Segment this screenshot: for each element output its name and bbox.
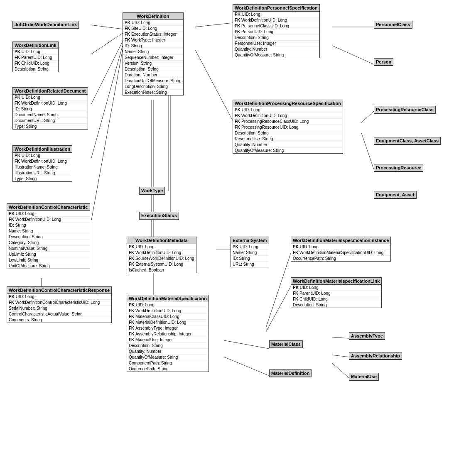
entity-row: QuantityOfMeasure: String [233,52,319,58]
row-text: URL: String [233,262,254,267]
entity-row: FK AssemblyRelationship: Integer [127,331,209,337]
entity-personnelclass: PersonnelClass [374,21,412,29]
entity-worktype: WorkType [139,187,165,195]
row-type-label: PK [129,303,136,307]
row-text: WorkDefinitionControlCharacteristicUID: … [15,300,100,305]
entity-body-workdefinitionmaterialspecification: PK UID: LongFK WorkDefinitionUID: LongFK… [127,302,209,372]
row-text: IllustrationName: String [15,165,58,169]
entity-header-workdefinitionprocessingresourcespecification: WorkDefinitionProcessingResourceSpecific… [233,100,343,107]
row-text: MaterialDefinitionUID: Long [135,320,186,325]
row-text: WorkDefinitionMaterialSpecificationUID: … [299,250,383,255]
entity-body-workdefinitionrelateddocument: PK UID: LongFK WorkDefinitionUID: Long I… [13,95,88,129]
row-text: ParentUID: Long [299,291,331,296]
row-text: ComponentPath: String [129,361,172,365]
row-type-label: FK [293,291,299,296]
entity-row: ID: String [7,223,90,228]
entity-header-person: Person [374,59,393,66]
entity-row: PK UID: Long [13,95,88,100]
row-type-label: PK [15,49,22,54]
row-text: NominalValue: String [9,246,47,251]
entity-workdefinition: WorkDefinitionPK UID: LongFK SiteUID: Lo… [123,12,184,95]
entity-header-workdefinitionmetadata: WorkDefinitionMetadata [127,237,196,244]
row-type-label: FK [293,297,299,301]
row-text: OcurencePath: String [129,367,169,371]
entity-workdefinitionmetadata: WorkDefinitionMetadataPK UID: LongFK Wor… [127,237,196,273]
row-text: ResourceUse: String [235,137,273,141]
entity-header-workdefinitioncontrolcharacteristicresponse: WorkDefinitionControlCharacteristicRespo… [7,287,111,294]
row-text: Type: String [15,176,37,181]
entity-row: FK WorkDefinitionUID: Long [127,308,209,314]
entity-joborderworkdefinitionlink: JobOrderWorkDefinitionLink [12,21,79,29]
row-text: ChildUID: Long [21,61,49,66]
row-text: UID: Long [300,285,319,290]
entity-row: UpLimit: String [7,252,90,257]
entity-executionstatus: ExecutionStatus [139,212,179,220]
row-text: LongDescription: String [125,84,168,89]
entity-row: SerialNumber: String [7,306,111,311]
entity-row: ControlCharacteristicActualValue: String [7,311,111,317]
svg-line-11 [361,133,374,169]
svg-line-1 [91,33,123,54]
row-type-label: FK [129,338,135,342]
svg-line-8 [332,46,374,64]
row-type-label: FK [125,32,131,37]
row-type-label: FK [15,101,21,105]
entity-row: Quantity: Number [233,46,319,52]
row-type-label: FK [235,18,241,22]
row-text: PersonnelClassUID: Long [241,24,289,28]
svg-line-0 [91,25,123,29]
entity-row: PK UID: Long [127,244,196,250]
row-text: UpLimit: String [9,252,36,257]
entity-header-assemblytype: AssemblyType [349,333,385,340]
row-text: Comments: String [9,318,42,322]
row-type-label: FK [129,256,135,261]
row-text: Description: String [15,67,49,71]
entity-assemblyrelationship: AssemblyRelationship [349,352,402,360]
entity-header-workdefinitionrelateddocument: WorkDefinitionRelatedDocument [13,88,88,95]
entity-header-externalsystem: ExternalSystem [231,237,269,244]
entity-row: FK PersonnelClassUID: Long [233,23,319,29]
svg-line-22 [266,253,291,328]
entity-header-personnelclass: PersonnelClass [374,21,412,28]
entity-workdefinitioncontrolcharacteristicresponse: WorkDefinitionControlCharacteristicRespo… [7,286,112,323]
row-text: OccurrencePath: String [293,256,336,261]
row-text: Duration: Number [125,73,157,77]
entity-row: OccurrencePath: String [291,256,390,261]
entity-header-workdefinitionmaterialspecificationlink: WorkDefinitionMaterialspecificationLink [291,278,381,285]
entity-row: IsCached: Boolean [127,267,196,273]
diagram-canvas: WorkDefinitionPK UID: LongFK SiteUID: Lo… [0,0,476,455]
entity-header-joborderworkdefinitionlink: JobOrderWorkDefinitionLink [13,21,79,28]
entity-materialclass: MaterialClass [269,340,303,348]
row-type-label: FK [9,217,15,222]
entity-row: FK WorkDefinitionUID: Long [233,17,319,23]
row-text: QuantityOfMeasure: String [235,53,284,57]
svg-line-23 [266,286,291,332]
row-text: DurationUnitOfMeasure: String [125,78,182,83]
entity-row: PK UID: Long [13,153,72,159]
entity-header-worktype: WorkType [140,187,164,194]
row-text: UID: Long [240,245,258,249]
row-text: MaterialClassUID: Long [135,314,179,319]
entity-body-workdefinitionillustration: PK UID: LongFK WorkDefinitionUID: Long I… [13,153,72,181]
row-type-label: FK [235,125,241,130]
entity-row: FK WorkDefinitionUID: Long [233,113,343,119]
row-type-label: PK [9,294,16,299]
entity-row: Description: String [127,343,209,349]
entity-row: ExecutionNotes: String [123,90,183,95]
entity-row: Name: String [7,228,90,234]
row-text: UID: Long [136,245,155,249]
entity-row: Duration: Number [123,72,183,78]
entity-materialdefinition: MaterialDefinition [269,369,312,377]
entity-workdefinitioncontrolcharacteristic: WorkDefinitionControlCharacteristicPK UI… [7,203,90,269]
row-type-label: FK [9,300,15,305]
entity-row: DocumentName: String [13,112,88,118]
entity-workdefinitionmaterialspecification: WorkDefinitionMaterialSpecificationPK UI… [127,295,209,372]
svg-line-17 [224,340,269,349]
row-text: ParentUID: Long [21,55,52,60]
entity-row: ResourceUse: String [233,136,343,142]
row-text: ID: String [15,107,32,111]
entity-row: Comments: String [7,317,111,323]
row-text: SequenceNumber: Integer [125,55,173,60]
row-text: ExecutionNotes: String [125,90,167,95]
row-text: Name: String [233,250,257,255]
